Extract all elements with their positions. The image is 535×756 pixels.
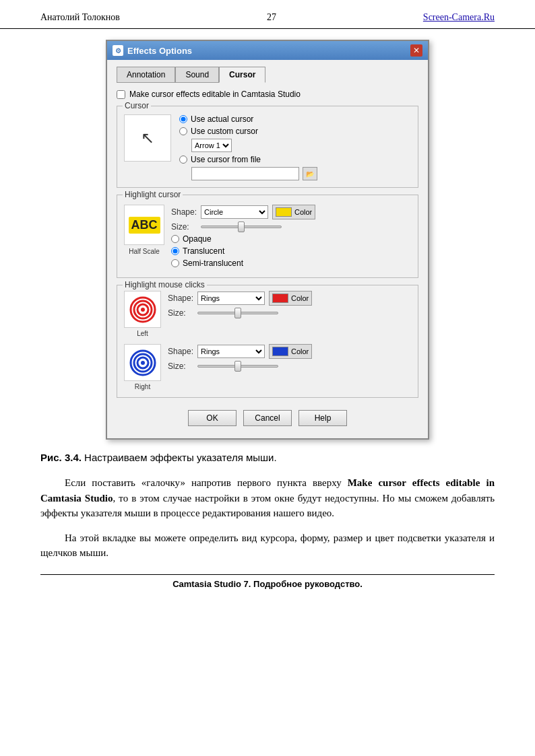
editable-checkbox-label: Make cursor effects editable in Camtasia… [129,90,301,99]
right-click-controls: Shape: Rings Circle Color [168,344,411,374]
custom-cursor-select-row: Arrow 1 Arrow 2 [191,139,411,152]
highlight-size-slider[interactable] [201,226,282,228]
right-size-slider[interactable] [197,365,278,368]
cursor-inner: ↖ Use actual cursor Use custom cursor [124,114,411,180]
left-shape-select[interactable]: Rings Circle [197,291,265,305]
ok-button[interactable]: OK [188,410,237,426]
cursor-section: Cursor ↖ Use actual cursor [117,106,418,188]
slider-thumb[interactable] [238,221,245,232]
highlight-inner: ABC Half Scale Shape: Circle Square Ring… [124,205,411,271]
cursor-preview: ↖ [124,114,171,162]
dialog-body: Annotation Sound Cursor Make cursor effe… [107,60,428,438]
left-click-row: Left Shape: Rings Circle [124,291,411,337]
right-rings-icon [129,349,157,377]
radio-translucent: Translucent [171,246,411,256]
custom-cursor-select[interactable]: Arrow 1 Arrow 2 [191,139,232,152]
left-color-button[interactable]: Color [269,291,312,306]
left-click-controls: Shape: Rings Circle Color [168,291,411,320]
highlight-preview: ABC [124,205,164,245]
figure-caption: Рис. 3.4. Настраиваем эффекты указателя … [40,452,495,463]
tab-annotation[interactable]: Annotation [117,67,175,83]
left-click-preview [124,291,161,328]
radio-opaque: Opaque [171,234,411,244]
tab-cursor[interactable]: Cursor [219,67,265,83]
footer-text: Camtasia Studio 7. Подробное руководство… [172,579,363,589]
content-area: ⚙ Effects Options ✕ Annotation Sound Cur… [0,40,535,561]
dialog-buttons: OK Cancel Help [117,405,418,429]
right-shape-select[interactable]: Rings Circle [197,345,265,358]
dialog-close-button[interactable]: ✕ [410,44,422,57]
figure-prefix: Рис. 3.4. [40,452,82,463]
dialog-icon: ⚙ [113,45,123,56]
svg-point-3 [141,308,145,312]
page-number: 27 [267,12,276,23]
effects-options-dialog: ⚙ Effects Options ✕ Annotation Sound Cur… [106,40,429,440]
radio-semi-input[interactable] [171,259,179,267]
right-click-row: Right Shape: Rings Circle [124,344,411,390]
highlight-color-swatch [276,207,292,217]
left-size-label: Size: [168,308,193,318]
cancel-button[interactable]: Cancel [243,410,292,426]
author-name: Анатолий Толокнов [40,12,120,23]
right-size-label: Size: [168,362,193,371]
highlight-shape-label: Shape: [171,207,197,217]
radio-custom-cursor: Use custom cursor [179,127,411,136]
highlight-size-row: Size: [171,222,411,232]
right-click-label: Right [135,383,150,390]
highlight-clicks-section: Highlight mouse clicks [117,285,418,398]
abc-preview-text: ABC [129,217,160,234]
editable-checkbox[interactable] [117,90,125,99]
radio-semi-translucent: Semi-translucent [171,259,411,268]
figure-text: Настраиваем эффекты указателя мыши. [82,452,277,463]
highlight-controls: Shape: Circle Square Rings Color [171,205,411,271]
highlight-color-button[interactable]: Color [272,205,315,219]
left-rings-icon [129,296,157,324]
half-scale-label: Half Scale [129,248,160,255]
radio-opaque-input[interactable] [171,235,179,243]
radio-actual-cursor: Use actual cursor [179,114,411,124]
right-color-swatch [272,347,288,356]
dialog-wrapper: ⚙ Effects Options ✕ Annotation Sound Cur… [40,40,495,440]
radio-actual[interactable] [179,115,187,123]
right-color-button[interactable]: Color [269,344,312,359]
radio-file[interactable] [179,156,187,164]
highlight-shape-row: Shape: Circle Square Rings Color [171,205,411,219]
highlight-size-label: Size: [171,222,197,232]
highlight-shape-select[interactable]: Circle Square Rings [201,205,268,219]
left-slider-thumb[interactable] [234,308,241,318]
dialog-title: ⚙ Effects Options [113,45,192,56]
left-size-row: Size: [168,308,411,318]
highlight-cursor-label: Highlight cursor [123,190,183,199]
file-browse-button[interactable]: 📂 [303,167,317,180]
right-slider-thumb[interactable] [234,361,241,372]
left-shape-row: Shape: Rings Circle Color [168,291,411,306]
right-shape-row: Shape: Rings Circle Color [168,344,411,359]
bold-text-1: Make cursor effects editable in Camtasia… [40,477,495,504]
cursor-section-label: Cursor [123,101,151,110]
cursor-options: Use actual cursor Use custom cursor Arro… [179,114,411,180]
file-path-input[interactable] [191,167,299,180]
right-click-preview [124,344,161,381]
file-path-row: 📂 [191,167,411,180]
page-header: Анатолий Толокнов 27 Screen-Camera.Ru [0,0,535,29]
help-button[interactable]: Help [298,410,347,426]
page-footer: Camtasia Studio 7. Подробное руководство… [40,574,495,589]
paragraph-2: На этой вкладке вы можете определить вид… [40,530,495,561]
dialog-titlebar: ⚙ Effects Options ✕ [107,41,428,60]
left-click-label: Left [137,330,148,337]
radio-custom[interactable] [179,127,187,135]
right-shape-label: Shape: [168,347,193,356]
tab-bar: Annotation Sound Cursor [117,67,418,83]
radio-file-cursor: Use cursor from file [179,155,411,164]
tab-sound[interactable]: Sound [175,67,219,83]
svg-point-7 [141,361,145,365]
clicks-wrapper: Left Shape: Rings Circle [124,291,411,390]
paragraph-1: Если поставить «галочку» напротив первог… [40,475,495,521]
cursor-arrow-icon: ↖ [141,129,154,147]
website-link[interactable]: Screen-Camera.Ru [423,12,495,23]
left-size-slider[interactable] [197,312,278,314]
editable-checkbox-row: Make cursor effects editable in Camtasia… [117,90,418,99]
radio-translucent-input[interactable] [171,247,179,255]
highlight-clicks-label: Highlight mouse clicks [123,280,207,289]
right-size-row: Size: [168,362,411,371]
